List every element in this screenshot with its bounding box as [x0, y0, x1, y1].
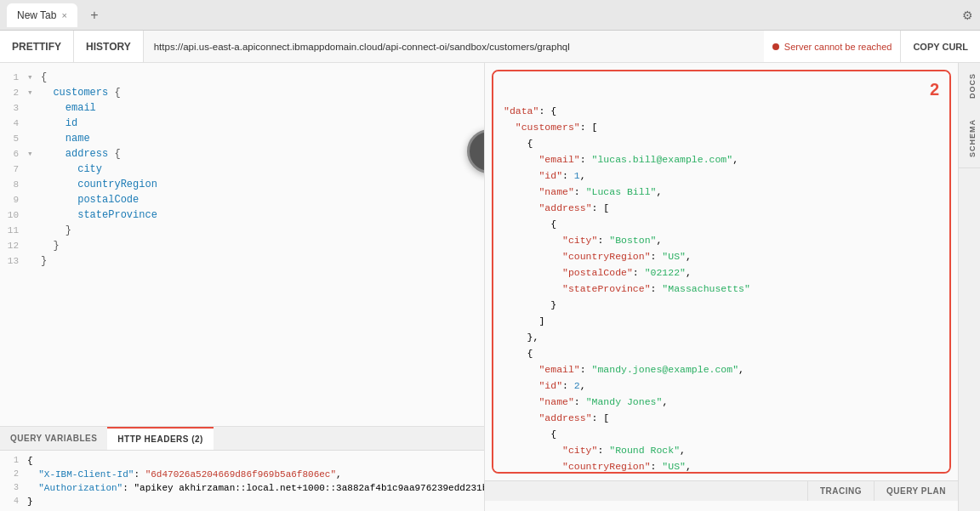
play-icon: [481, 143, 484, 160]
json-line: ]: [504, 313, 939, 329]
json-line: "name": "Lucas Bill",: [504, 184, 939, 200]
run-button[interactable]: [467, 129, 484, 173]
tab-http-headers[interactable]: HTTP HEADERS (2): [107, 427, 214, 450]
line-number: 11: [0, 223, 27, 238]
editor-content: 1▾{2▾ customers {3 email4 id5 name6▾ add…: [0, 63, 484, 275]
line-gutter[interactable]: ▾: [27, 146, 41, 162]
line-number: 8: [0, 177, 27, 192]
json-line: }: [504, 297, 939, 313]
toolbar: PRETTIFY HISTORY Server cannot be reache…: [0, 31, 980, 63]
response-panel[interactable]: 2 "data": { "customers": [ { "email": "l…: [492, 70, 951, 474]
new-tab-button[interactable]: +: [84, 5, 105, 26]
bottom-line: 1{: [0, 454, 484, 468]
prettify-button[interactable]: PRETTIFY: [0, 31, 74, 62]
editor-line: 13}: [0, 253, 484, 269]
editor-line: 4 id: [0, 116, 484, 131]
json-line: {: [504, 216, 939, 232]
editor-line: 10 stateProvince: [0, 207, 484, 223]
line-gutter[interactable]: ▾: [27, 70, 41, 85]
json-line: "countryRegion": "US",: [504, 248, 939, 264]
editor-line: 5 name: [0, 131, 484, 146]
editor-line: 1▾{: [0, 70, 484, 85]
json-line: "customers": [: [504, 119, 939, 135]
bottom-panel: QUERY VARIABLES HTTP HEADERS (2) 1{2 "X-…: [0, 426, 484, 511]
json-line: "postalCode": "02122",: [504, 264, 939, 281]
schema-button[interactable]: SCHEMA: [959, 109, 980, 168]
bottom-tabs: QUERY VARIABLES HTTP HEADERS (2): [0, 427, 484, 451]
bottom-line-number: 3: [0, 481, 27, 495]
line-number: 7: [0, 162, 27, 177]
editor-line: 2▾ customers {: [0, 85, 484, 100]
line-content: address {: [41, 146, 477, 162]
editor-line: 12 }: [0, 238, 484, 253]
line-number: 6: [0, 146, 27, 162]
line-content: id: [41, 116, 477, 131]
line-number: 1: [0, 70, 27, 85]
bottom-line: 2 "X-IBM-Client-Id": "6d47026a5204669d86…: [0, 468, 484, 481]
line-content: stateProvince: [41, 207, 477, 223]
json-line: "countryRegion": "US",: [504, 458, 939, 474]
line-content: }: [41, 238, 477, 253]
browser-chrome: New Tab × + ⚙: [0, 0, 980, 31]
line-number: 3: [0, 100, 27, 116]
json-line: {: [504, 345, 939, 361]
bottom-line-number: 2: [0, 468, 27, 481]
json-line: {: [504, 426, 939, 442]
server-error-message: Server cannot be reached: [764, 42, 901, 52]
editor-line: 3 email: [0, 100, 484, 116]
main-container: 1▾{2▾ customers {3 email4 id5 name6▾ add…: [0, 63, 980, 511]
copy-curl-button[interactable]: COPY CURL: [900, 31, 980, 62]
side-buttons: DOCS SCHEMA: [958, 63, 980, 511]
line-content: name: [41, 131, 477, 146]
bottom-line: 3 "Authorization": "apikey akhirzaman::l…: [0, 481, 484, 495]
bottom-line-content: "X-IBM-Client-Id": "6d47026a5204669d86f9…: [27, 468, 484, 481]
line-content: }: [41, 223, 477, 238]
bottom-line-content: "Authorization": "apikey akhirzaman::loc…: [27, 481, 484, 495]
json-line: "name": "Mandy Jones",: [504, 394, 939, 410]
query-plan-button[interactable]: QUERY PLAN: [874, 481, 958, 501]
json-line: "email": "lucas.bill@example.com",: [504, 151, 939, 167]
line-content: customers {: [41, 85, 477, 100]
step2-label: 2: [504, 80, 939, 99]
bottom-footer: TRACING QUERY PLAN: [485, 480, 958, 501]
bottom-line-number: 1: [0, 454, 27, 468]
editor-line: 8 countryRegion: [0, 177, 484, 192]
json-line: "id": 1,: [504, 167, 939, 184]
bottom-line-content: {: [27, 454, 484, 468]
line-number: 10: [0, 207, 27, 223]
editor-line: 6▾ address {: [0, 146, 484, 162]
json-line: },: [504, 329, 939, 345]
line-content: postalCode: [41, 192, 477, 207]
line-content: countryRegion: [41, 177, 477, 192]
editor-line: 11 }: [0, 223, 484, 238]
tracing-button[interactable]: TRACING: [807, 481, 874, 501]
line-content: city: [41, 162, 477, 177]
line-number: 12: [0, 238, 27, 253]
docs-button[interactable]: DOCS: [959, 63, 980, 109]
error-indicator: [772, 43, 779, 50]
gear-icon[interactable]: ⚙: [962, 9, 973, 22]
query-editor[interactable]: 1▾{2▾ customers {3 email4 id5 name6▾ add…: [0, 63, 484, 426]
json-line: "stateProvince": "Massachusetts": [504, 281, 939, 297]
bottom-line-content: }: [27, 495, 484, 508]
bottom-content[interactable]: 1{2 "X-IBM-Client-Id": "6d47026a5204669d…: [0, 451, 484, 511]
url-input[interactable]: [144, 31, 764, 62]
json-line: "city": "Boston",: [504, 232, 939, 248]
json-line: "city": "Round Rock",: [504, 442, 939, 458]
line-content: email: [41, 100, 477, 116]
editor-line: 9 postalCode: [0, 192, 484, 207]
browser-tab[interactable]: New Tab ×: [7, 3, 77, 27]
line-number: 5: [0, 131, 27, 146]
tab-close-icon[interactable]: ×: [61, 10, 66, 20]
tab-query-variables[interactable]: QUERY VARIABLES: [0, 427, 107, 450]
line-number: 9: [0, 192, 27, 207]
bottom-line-number: 4: [0, 495, 27, 508]
json-line: {: [504, 135, 939, 151]
json-line: "address": [: [504, 410, 939, 426]
history-button[interactable]: HISTORY: [74, 31, 144, 62]
line-number: 13: [0, 253, 27, 269]
line-content: }: [41, 253, 477, 269]
left-panel: 1▾{2▾ customers {3 email4 id5 name6▾ add…: [0, 63, 485, 511]
line-gutter[interactable]: ▾: [27, 85, 41, 100]
editor-line: 7 city: [0, 162, 484, 177]
